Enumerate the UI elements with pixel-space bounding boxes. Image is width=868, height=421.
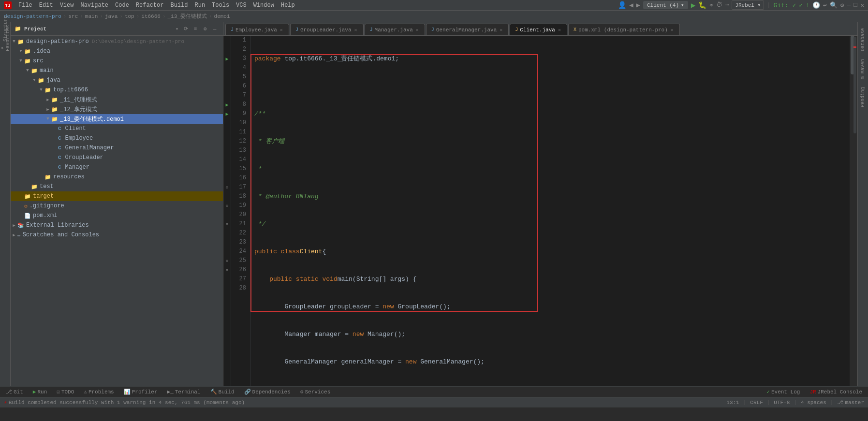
tree-item-manager[interactable]: C Manager [11, 162, 223, 172]
minimize-icon[interactable]: — [847, 1, 851, 9]
menu-window[interactable]: Window [250, 1, 277, 10]
tab-client-java[interactable]: J Client.java ✕ [510, 24, 567, 35]
profiler-bottom-btn[interactable]: 📊 Profiler [122, 388, 160, 396]
settings-icon[interactable]: ⚙ [840, 1, 844, 9]
problems-bottom-btn[interactable]: ⚠ Problems [82, 388, 116, 396]
favorites-panel-label[interactable]: ★ Favorites [1, 34, 10, 43]
tab-close-pom[interactable]: ✕ [670, 27, 675, 33]
back-icon[interactable]: ◀ [629, 1, 633, 9]
undo-icon[interactable]: ↩ [823, 1, 827, 9]
menu-build[interactable]: Build [167, 1, 191, 10]
dependencies-bottom-btn[interactable]: 🔗 Dependencies [242, 388, 293, 396]
line-ending[interactable]: CRLF [750, 400, 763, 406]
code-content[interactable]: package top.it6666._13_责任链模式.demo1; /** … [250, 36, 850, 386]
profile-icon[interactable]: ⏱ [716, 1, 722, 9]
services-bottom-btn[interactable]: ⚙ Services [298, 388, 332, 396]
tree-item-generalmanager[interactable]: C GeneralManager [11, 143, 223, 153]
build-bottom-btn[interactable]: 🔨 Build [208, 388, 236, 396]
tree-item-pom-xml[interactable]: 📄 pom.xml [11, 211, 223, 220]
tab-pom-xml[interactable]: X pom.xml (design-pattern-pro) ✕ [568, 24, 680, 35]
breadcrumb-item-demo1[interactable]: demo1 [214, 14, 230, 19]
todo-bottom-btn[interactable]: ☑ TODO [55, 388, 76, 396]
tab-manager-java[interactable]: J Manager.java ✕ [365, 24, 425, 35]
tree-item-src[interactable]: ▼ 📁 src [11, 56, 223, 66]
run-bottom-btn[interactable]: ▶ Run [31, 388, 49, 396]
tab-close-employee[interactable]: ✕ [279, 27, 284, 33]
breadcrumb-item-module[interactable]: _13_委任链模式 [168, 13, 207, 20]
close-icon[interactable]: ✕ [860, 1, 864, 9]
menu-file[interactable]: File [15, 1, 35, 10]
tree-item-client[interactable]: C Client [11, 124, 223, 133]
tab-close-groupleader[interactable]: ✕ [353, 27, 358, 33]
tab-close-manager[interactable]: ✕ [415, 27, 420, 33]
run-config-dropdown[interactable]: Client (4) ▾ [643, 1, 688, 9]
menu-run[interactable]: Run [191, 1, 208, 10]
jrebel-btn[interactable]: JRebel ▾ [732, 0, 764, 10]
menu-help[interactable]: Help [278, 1, 298, 10]
charset[interactable]: UTF-8 [774, 400, 790, 406]
breadcrumb-item-project[interactable]: design-pattern-pro [4, 14, 61, 19]
cursor-position[interactable]: 13:1 [726, 400, 739, 406]
panel-dropdown-icon[interactable]: ▾ [176, 26, 178, 32]
jrebel-console-btn[interactable]: JR JRebel Console [808, 388, 864, 396]
menu-edit[interactable]: Edit [36, 1, 56, 10]
tree-item-resources[interactable]: 📁 resources [11, 172, 223, 182]
tab-close-client[interactable]: ✕ [557, 27, 562, 33]
panel-settings-btn[interactable]: ≡ [191, 25, 200, 33]
maximize-icon[interactable]: □ [853, 1, 857, 9]
breadcrumb-item-main[interactable]: main [85, 14, 98, 19]
pending-panel-label[interactable]: Pending [859, 83, 867, 111]
tree-item-scratches[interactable]: ▶ ✏ Scratches and Consoles [11, 230, 223, 240]
panel-gear-btn[interactable]: ⚙ [201, 25, 209, 33]
tree-item-target[interactable]: 📁 target [11, 191, 223, 201]
tab-generalmanager-java[interactable]: J GeneralManager.java ✕ [426, 24, 509, 35]
run-icon[interactable]: ▶ [691, 0, 696, 10]
tree-item-external-libraries[interactable]: ▶ 📚 External Libraries [11, 220, 223, 230]
database-panel-label[interactable]: Database [859, 24, 867, 55]
tree-item-top-it6666[interactable]: ▼ 📁 top.it6666 [11, 85, 223, 95]
menu-refactor[interactable]: Refactor [133, 1, 167, 10]
panel-sync-btn[interactable]: ⟳ [181, 25, 190, 33]
tree-item-12-flyweight[interactable]: ▶ 📁 _12_享元模式 [11, 104, 223, 114]
breadcrumb-item-it6666[interactable]: it6666 [141, 14, 161, 19]
tab-employee-java[interactable]: J Employee.java ✕ [225, 24, 289, 35]
menu-vcs[interactable]: VCS [233, 1, 250, 10]
tree-item-main[interactable]: ▼ 📁 main [11, 66, 223, 75]
tree-item-13-chain[interactable]: ▼ 📁 _13_委任链模式.demo1 [11, 114, 223, 124]
jrebel-status[interactable]: ⚡ Build completed successfully with 1 wa… [4, 399, 245, 406]
clock-icon[interactable]: 🕐 [812, 1, 820, 9]
menu-view[interactable]: View [57, 1, 77, 10]
git-bottom-btn[interactable]: ⎇ Git [4, 388, 25, 396]
tree-item-design-pattern-pro[interactable]: ▼ 📁 design-pattern-pro D:\Develop\design… [11, 37, 223, 46]
tab-groupleader-java[interactable]: J GroupLeader.java ✕ [290, 24, 364, 35]
git-push-icon[interactable]: ↑ [806, 1, 809, 9]
coverage-icon[interactable]: ☂ [709, 1, 713, 9]
code-editor[interactable]: ▶ ▶ ▶ ◇ ◇ ◇ [223, 36, 857, 386]
breadcrumb-item-java[interactable]: java [105, 14, 118, 19]
git-status-icon[interactable]: Git: ✓ [773, 1, 796, 9]
tab-close-generalmanager[interactable]: ✕ [499, 27, 503, 33]
terminal-bottom-btn[interactable]: ▶_ Terminal [165, 388, 203, 396]
breadcrumb-item-top[interactable]: top [125, 14, 134, 19]
user-icon[interactable]: 👤 [618, 1, 626, 9]
tree-item-employee[interactable]: C Employee [11, 133, 223, 143]
search-everywhere-icon[interactable]: 🔍 [830, 1, 838, 9]
git-branch[interactable]: ⎇ master [837, 399, 864, 406]
tree-item-gitignore[interactable]: ⚙ .gitignore [11, 201, 223, 211]
breadcrumb-item-src[interactable]: src [68, 14, 78, 19]
debug-icon[interactable]: 🐛 [698, 1, 706, 9]
panel-collapse-btn[interactable]: — [210, 25, 219, 33]
menu-code[interactable]: Code [112, 1, 132, 10]
maven-panel-label[interactable]: m Maven [859, 55, 867, 83]
tree-item-java[interactable]: ▼ 📁 java [11, 75, 223, 85]
toolbar-more-icon[interactable]: ⋯ [725, 1, 729, 9]
menu-tools[interactable]: Tools [209, 1, 232, 10]
editor-scrollbar[interactable] [850, 36, 857, 386]
tree-item-idea[interactable]: ▼ 📁 .idea [11, 46, 223, 56]
tree-item-groupleader[interactable]: C GroupLeader [11, 153, 223, 162]
tree-item-11-proxy[interactable]: ▶ 📁 _11_代理模式 [11, 95, 223, 104]
indent-setting[interactable]: 4 spaces [801, 400, 826, 406]
tree-item-test[interactable]: 📁 test [11, 182, 223, 191]
forward-icon[interactable]: ▶ [636, 1, 640, 9]
event-log-btn[interactable]: ✓ Event Log [765, 388, 802, 396]
